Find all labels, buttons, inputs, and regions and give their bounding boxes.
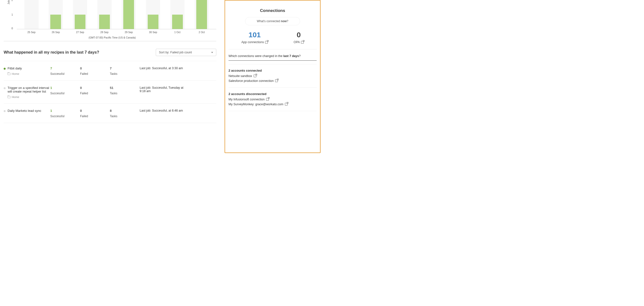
folder-icon bbox=[8, 73, 10, 75]
status-dot bbox=[4, 68, 6, 70]
bar-slot bbox=[122, 0, 136, 29]
failed-count: 0 bbox=[80, 86, 110, 90]
xtick: 2 Oct bbox=[194, 31, 209, 34]
external-link-icon bbox=[266, 98, 269, 101]
failed-label: Failed bbox=[80, 92, 110, 95]
recipe-name: Daily Marketo lead sync bbox=[8, 109, 50, 113]
xtick: 29 Sep bbox=[122, 31, 136, 34]
sort-dropdown[interactable]: Sort by: Failed job count bbox=[156, 49, 216, 56]
recipes-panel: What happened in all my recipes in the l… bbox=[4, 41, 216, 123]
last-job: Last job: Successful, at 3:30 am bbox=[140, 66, 183, 76]
changed-connections-question: Which connections were changed in the la… bbox=[228, 54, 317, 58]
folder-icon bbox=[8, 96, 10, 98]
xtick: 26 Sep bbox=[48, 31, 63, 34]
connection-link[interactable]: My SurveyMonkey: grace@workato.com bbox=[228, 103, 317, 106]
bar[interactable] bbox=[123, 0, 134, 29]
bar-slot bbox=[98, 0, 112, 29]
failed-count: 0 bbox=[80, 66, 110, 70]
external-link-icon bbox=[301, 41, 304, 44]
bar-slot bbox=[24, 0, 38, 29]
failed-label: Failed bbox=[80, 72, 110, 76]
accounts-connected-heading: 2 accounts connected bbox=[228, 69, 317, 72]
recipe-name: Fitbit daily bbox=[8, 66, 50, 70]
bar-slot bbox=[73, 0, 87, 29]
tasks-label: Tasks bbox=[110, 115, 140, 118]
tasks-label: Tasks bbox=[110, 72, 140, 76]
jobs-chart: Jobs 2 1 0 25 Sep26 Sep27 Sep28 Sep29 Se… bbox=[8, 0, 216, 36]
connection-link[interactable]: Netsuite sandbox bbox=[228, 74, 317, 78]
xtick: 30 Sep bbox=[146, 31, 160, 34]
recipe-row[interactable]: Fitbit daily Home 7 Successful 0 Failed … bbox=[4, 61, 216, 81]
successful-count: 7 bbox=[50, 66, 80, 70]
connected-now-pill[interactable]: What's connected now? bbox=[245, 17, 300, 25]
opa-stat[interactable]: 0 OPA bbox=[294, 31, 304, 44]
xtick: 25 Sep bbox=[24, 31, 38, 34]
bar-slot bbox=[48, 0, 63, 29]
bar[interactable] bbox=[172, 15, 183, 29]
ytick: 1 bbox=[12, 13, 13, 16]
bar[interactable] bbox=[75, 15, 86, 29]
successful-label: Successful bbox=[50, 72, 80, 76]
main-panel: Jobs 2 1 0 25 Sep26 Sep27 Sep28 Sep29 Se… bbox=[0, 0, 223, 153]
chevron-down-icon bbox=[211, 52, 213, 53]
bar[interactable] bbox=[148, 15, 158, 29]
opa-count: 0 bbox=[294, 31, 304, 39]
chart-timezone: (GMT-07:00) Pacific Time (US & Canada) bbox=[8, 36, 216, 39]
last-job: Last job: Successful, Tuesday at 9:18 am bbox=[140, 86, 188, 98]
bar[interactable] bbox=[196, 0, 207, 29]
bar[interactable] bbox=[99, 15, 110, 29]
bar[interactable] bbox=[50, 15, 61, 29]
recipes-heading: What happened in all my recipes in the l… bbox=[4, 50, 99, 55]
recipe-name: Trigger on a specified interval will cre… bbox=[8, 86, 50, 93]
successful-label: Successful bbox=[50, 92, 80, 95]
successful-count: 1 bbox=[50, 109, 80, 113]
last-job: Last job: Successful, at 6:46 am bbox=[140, 109, 183, 118]
bar-slot bbox=[170, 0, 184, 29]
chart-ylabel: Jobs bbox=[7, 0, 10, 4]
successful-count: 1 bbox=[50, 86, 80, 90]
connections-sidebar: Connections What's connected now? 101 Ap… bbox=[223, 0, 322, 153]
connection-link[interactable]: Salesforce production connection bbox=[228, 79, 317, 83]
recipe-row[interactable]: Trigger on a specified interval will cre… bbox=[4, 81, 216, 104]
status-dot bbox=[4, 110, 6, 112]
app-connections-stat[interactable]: 101 App connections bbox=[242, 31, 268, 44]
tasks-count: 7 bbox=[110, 66, 140, 70]
xtick: 1 Oct bbox=[170, 31, 184, 34]
successful-label: Successful bbox=[50, 115, 80, 118]
external-link-icon bbox=[285, 103, 288, 106]
recipe-folder[interactable]: Home bbox=[8, 72, 50, 75]
external-link-icon bbox=[265, 41, 268, 44]
external-link-icon bbox=[275, 79, 278, 82]
tasks-count: 8 bbox=[110, 109, 140, 113]
status-dot bbox=[4, 87, 6, 89]
accounts-disconnected-heading: 2 accounts disconnected bbox=[228, 92, 317, 96]
tasks-label: Tasks bbox=[110, 92, 140, 95]
failed-count: 0 bbox=[80, 109, 110, 113]
ytick: 2 bbox=[12, 0, 13, 1]
xtick: 28 Sep bbox=[98, 31, 112, 34]
connection-link[interactable]: My Infusionsoft connection bbox=[228, 98, 317, 101]
app-connections-count: 101 bbox=[242, 31, 268, 39]
bar-slot bbox=[194, 0, 209, 29]
recipe-folder[interactable]: Home bbox=[8, 96, 50, 98]
ytick: 0 bbox=[12, 27, 13, 30]
bar-slot bbox=[146, 0, 160, 29]
failed-label: Failed bbox=[80, 115, 110, 118]
recipe-row[interactable]: Daily Marketo lead sync 1 Successful 0 F… bbox=[4, 104, 216, 123]
xtick: 27 Sep bbox=[73, 31, 87, 34]
tasks-count: 51 bbox=[110, 86, 140, 90]
connections-title: Connections bbox=[228, 8, 317, 13]
external-link-icon bbox=[254, 75, 256, 77]
sort-label: Sort by: Failed job count bbox=[159, 51, 192, 54]
